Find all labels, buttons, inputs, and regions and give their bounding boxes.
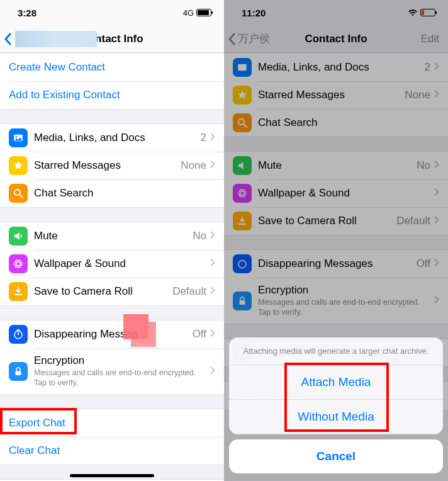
attach-media-label: Attach Media xyxy=(301,375,371,388)
chevron-right-icon xyxy=(210,132,215,144)
network-label: 4G xyxy=(183,8,194,18)
home-indicator xyxy=(70,474,154,477)
section-export: Export Chat Clear Chat xyxy=(0,409,224,465)
chat-search[interactable]: Chat Search xyxy=(0,179,224,207)
create-new-contact[interactable]: Create New Contact xyxy=(0,54,224,81)
back-label-blurred xyxy=(15,31,97,47)
sheet-message: Attaching media will generate a larger c… xyxy=(229,337,443,365)
chevron-right-icon xyxy=(210,159,215,172)
mute[interactable]: Mute No xyxy=(0,222,224,250)
section-contact-actions: Create New Contact Add to Existing Conta… xyxy=(0,53,224,110)
chat-search-label: Chat Search xyxy=(34,187,215,200)
atom-icon xyxy=(9,254,28,273)
without-media-label: Without Media xyxy=(298,410,374,423)
encryption[interactable]: Encryption Messages and calls are end-to… xyxy=(0,348,224,394)
starred-label: Starred Messages xyxy=(34,159,181,172)
battery-icon xyxy=(196,9,211,16)
starred-messages[interactable]: Starred Messages None xyxy=(0,152,224,179)
sheet-group: Attaching media will generate a larger c… xyxy=(229,337,443,434)
lock-icon xyxy=(9,362,28,381)
left-screenshot: 3:28 4G Contact Info Create New Contact … xyxy=(0,0,224,481)
chevron-right-icon xyxy=(210,365,215,378)
add-to-existing-contact[interactable]: Add to Existing Contact xyxy=(0,81,224,109)
disappearing-messages[interactable]: Disappearing Messag Off xyxy=(0,320,224,348)
save-label: Save to Camera Roll xyxy=(34,285,172,298)
clear-chat-label: Clear Chat xyxy=(9,444,60,457)
disappearing-value: Off xyxy=(193,328,206,341)
section-settings: Mute No Wallpaper & Sound Save to Camera… xyxy=(0,222,224,306)
photo-icon xyxy=(9,128,28,147)
status-right: 4G xyxy=(181,8,211,18)
encryption-label: Encryption xyxy=(34,354,210,367)
section-privacy: Disappearing Messag Off Encryption Messa… xyxy=(0,320,224,395)
timer-icon xyxy=(9,325,28,344)
svg-point-1 xyxy=(16,136,17,137)
chevron-right-icon xyxy=(210,328,215,341)
export-chat[interactable]: Export Chat xyxy=(0,409,224,437)
svg-rect-7 xyxy=(14,294,22,295)
svg-line-3 xyxy=(20,195,23,198)
chevron-right-icon xyxy=(210,285,215,298)
right-screenshot: 11:20 万户侯 Contact Info Edit Media, Links… xyxy=(224,0,448,481)
status-time: 3:28 xyxy=(18,8,36,18)
chevron-right-icon xyxy=(210,230,215,242)
encryption-sub: Messages and calls are end-to-end encryp… xyxy=(34,368,210,388)
redaction-mark xyxy=(123,314,148,339)
export-chat-label: Export Chat xyxy=(9,417,65,429)
create-new-contact-label: Create New Contact xyxy=(9,61,105,74)
download-icon xyxy=(9,282,28,301)
add-to-existing-contact-label: Add to Existing Contact xyxy=(9,89,120,101)
section-media: Media, Links, and Docs 2 Starred Message… xyxy=(0,123,224,208)
wallpaper-sound[interactable]: Wallpaper & Sound xyxy=(0,250,224,278)
mute-value: No xyxy=(193,230,206,242)
nav-bar: Contact Info xyxy=(0,25,224,53)
cancel-button[interactable]: Cancel xyxy=(229,439,443,473)
wallpaper-label: Wallpaper & Sound xyxy=(34,257,210,270)
svg-point-4 xyxy=(14,262,23,266)
status-bar: 3:28 4G xyxy=(0,0,224,25)
starred-value: None xyxy=(181,159,206,172)
disappearing-label: Disappearing Messag xyxy=(34,328,193,341)
star-icon xyxy=(9,156,28,175)
chevron-left-icon xyxy=(4,33,11,45)
speaker-icon xyxy=(9,227,28,246)
save-value: Default xyxy=(172,285,206,298)
back-button[interactable] xyxy=(4,25,97,52)
export-action-sheet: Attaching media will generate a larger c… xyxy=(229,337,443,473)
clear-chat[interactable]: Clear Chat xyxy=(0,437,224,465)
without-media-button[interactable]: Without Media xyxy=(229,400,443,434)
save-to-camera-roll[interactable]: Save to Camera Roll Default xyxy=(0,278,224,305)
cancel-label: Cancel xyxy=(316,450,356,463)
media-links-docs[interactable]: Media, Links, and Docs 2 xyxy=(0,124,224,152)
chevron-right-icon xyxy=(210,257,215,270)
svg-rect-9 xyxy=(16,371,21,375)
mute-label: Mute xyxy=(34,230,193,242)
attach-media-button[interactable]: Attach Media xyxy=(229,365,443,400)
media-value: 2 xyxy=(201,132,206,144)
media-label: Media, Links, and Docs xyxy=(34,132,201,144)
search-icon xyxy=(9,184,28,203)
